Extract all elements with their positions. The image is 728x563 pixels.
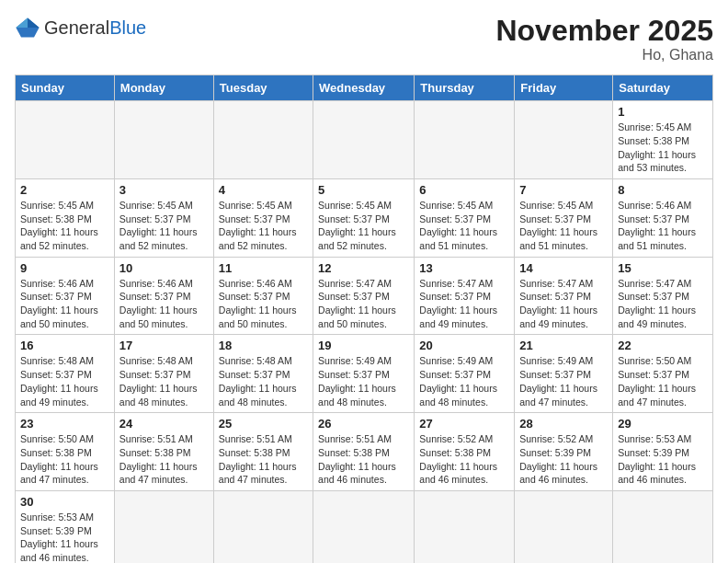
day-info: Sunrise: 5:49 AM Sunset: 5:37 PM Dayligh… xyxy=(318,354,409,408)
calendar-cell: 1Sunrise: 5:45 AM Sunset: 5:38 PM Daylig… xyxy=(613,101,713,179)
calendar-cell: 27Sunrise: 5:52 AM Sunset: 5:38 PM Dayli… xyxy=(415,413,515,491)
header-day-friday: Friday xyxy=(515,75,613,101)
day-number: 15 xyxy=(618,261,708,275)
calendar-cell: 20Sunrise: 5:49 AM Sunset: 5:37 PM Dayli… xyxy=(415,335,515,413)
calendar-cell: 16Sunrise: 5:48 AM Sunset: 5:37 PM Dayli… xyxy=(16,335,115,413)
calendar-cell: 10Sunrise: 5:46 AM Sunset: 5:37 PM Dayli… xyxy=(114,257,213,335)
title-block: November 2025 Ho, Ghana xyxy=(495,15,713,63)
week-row-4: 16Sunrise: 5:48 AM Sunset: 5:37 PM Dayli… xyxy=(16,335,713,413)
day-number: 16 xyxy=(20,339,109,352)
calendar-cell: 9Sunrise: 5:46 AM Sunset: 5:37 PM Daylig… xyxy=(16,257,115,335)
calendar-cell: 21Sunrise: 5:49 AM Sunset: 5:37 PM Dayli… xyxy=(515,335,613,413)
calendar-cell xyxy=(515,101,613,179)
day-info: Sunrise: 5:51 AM Sunset: 5:38 PM Dayligh… xyxy=(119,432,209,487)
day-info: Sunrise: 5:46 AM Sunset: 5:37 PM Dayligh… xyxy=(119,277,209,331)
day-number: 6 xyxy=(419,183,509,197)
header-day-wednesday: Wednesday xyxy=(313,75,415,101)
month-title: November 2025 xyxy=(495,15,713,47)
day-number: 26 xyxy=(318,417,409,431)
calendar-cell xyxy=(114,490,213,563)
location: Ho, Ghana xyxy=(495,47,713,63)
day-number: 27 xyxy=(419,417,509,431)
day-info: Sunrise: 5:48 AM Sunset: 5:37 PM Dayligh… xyxy=(20,354,109,408)
header-row: SundayMondayTuesdayWednesdayThursdayFrid… xyxy=(16,75,713,101)
calendar-cell: 25Sunrise: 5:51 AM Sunset: 5:38 PM Dayli… xyxy=(213,413,313,491)
header-day-monday: Monday xyxy=(114,75,213,101)
day-info: Sunrise: 5:45 AM Sunset: 5:38 PM Dayligh… xyxy=(618,121,708,175)
day-number: 5 xyxy=(318,183,409,197)
week-row-6: 30Sunrise: 5:53 AM Sunset: 5:39 PM Dayli… xyxy=(16,490,713,563)
day-number: 23 xyxy=(20,417,109,431)
calendar-cell: 5Sunrise: 5:45 AM Sunset: 5:37 PM Daylig… xyxy=(313,178,415,257)
day-number: 13 xyxy=(419,261,509,275)
calendar-table: SundayMondayTuesdayWednesdayThursdayFrid… xyxy=(15,75,713,563)
svg-marker-2 xyxy=(16,18,28,29)
calendar-cell: 17Sunrise: 5:48 AM Sunset: 5:37 PM Dayli… xyxy=(114,335,213,413)
calendar-cell xyxy=(16,101,115,179)
day-info: Sunrise: 5:45 AM Sunset: 5:38 PM Dayligh… xyxy=(20,199,109,253)
day-info: Sunrise: 5:53 AM Sunset: 5:39 PM Dayligh… xyxy=(618,432,708,487)
day-number: 1 xyxy=(618,105,708,119)
calendar-cell: 6Sunrise: 5:45 AM Sunset: 5:37 PM Daylig… xyxy=(415,178,515,257)
header-day-thursday: Thursday xyxy=(415,75,515,101)
day-number: 20 xyxy=(419,339,509,352)
logo-text: GeneralBlue xyxy=(44,17,146,39)
day-number: 4 xyxy=(219,183,308,197)
logo-blue: Blue xyxy=(109,17,146,38)
logo-icon xyxy=(15,15,40,40)
day-number: 12 xyxy=(318,261,409,275)
day-info: Sunrise: 5:50 AM Sunset: 5:37 PM Dayligh… xyxy=(618,354,708,408)
calendar-cell xyxy=(313,490,415,563)
calendar-cell xyxy=(415,490,515,563)
calendar-cell: 12Sunrise: 5:47 AM Sunset: 5:37 PM Dayli… xyxy=(313,257,415,335)
calendar-cell: 14Sunrise: 5:47 AM Sunset: 5:37 PM Dayli… xyxy=(515,257,613,335)
calendar-cell: 15Sunrise: 5:47 AM Sunset: 5:37 PM Dayli… xyxy=(613,257,713,335)
calendar-cell: 4Sunrise: 5:45 AM Sunset: 5:37 PM Daylig… xyxy=(213,178,313,257)
svg-marker-1 xyxy=(28,18,40,29)
day-info: Sunrise: 5:48 AM Sunset: 5:37 PM Dayligh… xyxy=(119,354,209,408)
day-number: 9 xyxy=(20,261,109,275)
calendar-cell: 3Sunrise: 5:45 AM Sunset: 5:37 PM Daylig… xyxy=(114,178,213,257)
calendar-cell xyxy=(114,101,213,179)
day-info: Sunrise: 5:53 AM Sunset: 5:39 PM Dayligh… xyxy=(20,511,109,563)
day-number: 8 xyxy=(618,183,708,197)
day-info: Sunrise: 5:47 AM Sunset: 5:37 PM Dayligh… xyxy=(419,277,509,331)
day-info: Sunrise: 5:46 AM Sunset: 5:37 PM Dayligh… xyxy=(20,277,109,331)
day-number: 29 xyxy=(618,417,708,431)
week-row-1: 1Sunrise: 5:45 AM Sunset: 5:38 PM Daylig… xyxy=(16,101,713,179)
calendar-cell xyxy=(515,490,613,563)
calendar-cell: 19Sunrise: 5:49 AM Sunset: 5:37 PM Dayli… xyxy=(313,335,415,413)
day-number: 2 xyxy=(20,183,109,197)
week-row-2: 2Sunrise: 5:45 AM Sunset: 5:38 PM Daylig… xyxy=(16,178,713,257)
day-info: Sunrise: 5:45 AM Sunset: 5:37 PM Dayligh… xyxy=(318,199,409,253)
calendar-cell: 29Sunrise: 5:53 AM Sunset: 5:39 PM Dayli… xyxy=(613,413,713,491)
day-info: Sunrise: 5:45 AM Sunset: 5:37 PM Dayligh… xyxy=(419,199,509,253)
day-number: 10 xyxy=(119,261,209,275)
calendar-cell: 30Sunrise: 5:53 AM Sunset: 5:39 PM Dayli… xyxy=(16,490,115,563)
day-number: 17 xyxy=(119,339,209,352)
day-info: Sunrise: 5:47 AM Sunset: 5:37 PM Dayligh… xyxy=(519,277,608,331)
header-day-sunday: Sunday xyxy=(16,75,115,101)
header-day-tuesday: Tuesday xyxy=(213,75,313,101)
day-info: Sunrise: 5:52 AM Sunset: 5:38 PM Dayligh… xyxy=(419,432,509,487)
day-info: Sunrise: 5:49 AM Sunset: 5:37 PM Dayligh… xyxy=(519,354,608,408)
header-day-saturday: Saturday xyxy=(613,75,713,101)
day-info: Sunrise: 5:49 AM Sunset: 5:37 PM Dayligh… xyxy=(419,354,509,408)
logo: GeneralBlue xyxy=(15,15,146,40)
day-info: Sunrise: 5:51 AM Sunset: 5:38 PM Dayligh… xyxy=(219,432,308,487)
day-info: Sunrise: 5:47 AM Sunset: 5:37 PM Dayligh… xyxy=(618,277,708,331)
day-number: 22 xyxy=(618,339,708,352)
calendar-cell: 22Sunrise: 5:50 AM Sunset: 5:37 PM Dayli… xyxy=(613,335,713,413)
day-number: 25 xyxy=(219,417,308,431)
day-number: 24 xyxy=(119,417,209,431)
day-info: Sunrise: 5:50 AM Sunset: 5:38 PM Dayligh… xyxy=(20,432,109,487)
day-info: Sunrise: 5:45 AM Sunset: 5:37 PM Dayligh… xyxy=(219,199,308,253)
day-info: Sunrise: 5:47 AM Sunset: 5:37 PM Dayligh… xyxy=(318,277,409,331)
calendar-cell xyxy=(213,490,313,563)
day-info: Sunrise: 5:51 AM Sunset: 5:38 PM Dayligh… xyxy=(318,432,409,487)
day-number: 7 xyxy=(519,183,608,197)
day-number: 3 xyxy=(119,183,209,197)
calendar-cell: 18Sunrise: 5:48 AM Sunset: 5:37 PM Dayli… xyxy=(213,335,313,413)
day-number: 18 xyxy=(219,339,308,352)
calendar-cell: 8Sunrise: 5:46 AM Sunset: 5:37 PM Daylig… xyxy=(613,178,713,257)
